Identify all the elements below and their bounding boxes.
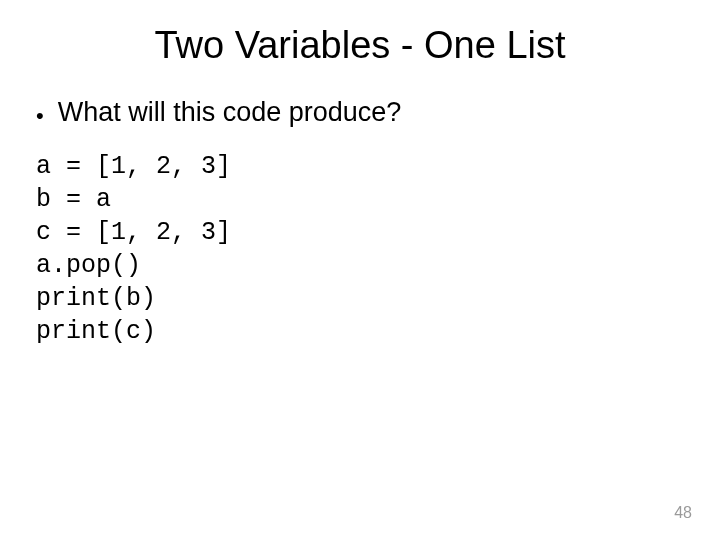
slide-container: Two Variables - One List • What will thi…	[0, 0, 720, 540]
bullet-item: • What will this code produce?	[36, 97, 684, 128]
bullet-icon: •	[36, 105, 44, 127]
code-block: a = [1, 2, 3] b = a c = [1, 2, 3] a.pop(…	[36, 150, 684, 348]
bullet-text: What will this code produce?	[58, 97, 402, 128]
slide-title: Two Variables - One List	[36, 24, 684, 67]
page-number: 48	[674, 504, 692, 522]
